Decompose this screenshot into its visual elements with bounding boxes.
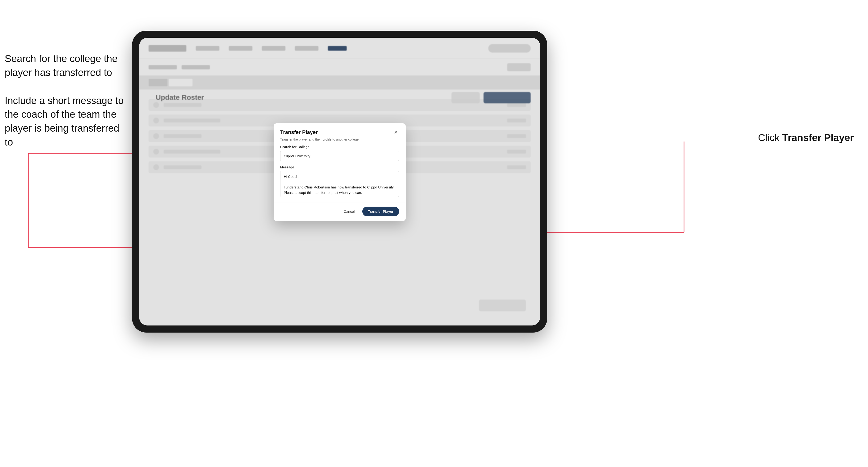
transfer-player-button[interactable]: Transfer Player [362,207,399,216]
annotation-message-text: Include a short message to the coach of … [5,94,127,149]
message-textarea[interactable]: Hi Coach, I understand Chris Robertson h… [280,171,399,197]
modal-title: Transfer Player [280,129,318,135]
modal-subtitle: Transfer the player and their profile to… [274,135,406,145]
annotation-left: Search for the college the player has tr… [5,52,127,163]
ipad-screen: Update Roster Transfer Player ✕ Transfer… [139,38,540,325]
annotation-transfer-label: Transfer Player [782,132,854,143]
modal-header: Transfer Player ✕ [274,123,406,135]
search-college-input[interactable] [280,151,399,161]
annotation-right: Click Transfer Player [758,132,854,144]
modal-body: Search for College Message Hi Coach, I u… [274,145,406,203]
message-label: Message [280,165,399,169]
modal-overlay: Transfer Player ✕ Transfer the player an… [139,38,540,325]
ipad-frame: Update Roster Transfer Player ✕ Transfer… [132,31,547,333]
transfer-player-modal: Transfer Player ✕ Transfer the player an… [274,123,406,221]
modal-close-button[interactable]: ✕ [393,129,399,135]
annotation-click-label: Click [758,132,780,143]
cancel-button[interactable]: Cancel [340,207,359,216]
annotation-search-text: Search for the college the player has tr… [5,52,127,80]
modal-footer: Cancel Transfer Player [274,203,406,221]
search-college-label: Search for College [280,145,399,149]
